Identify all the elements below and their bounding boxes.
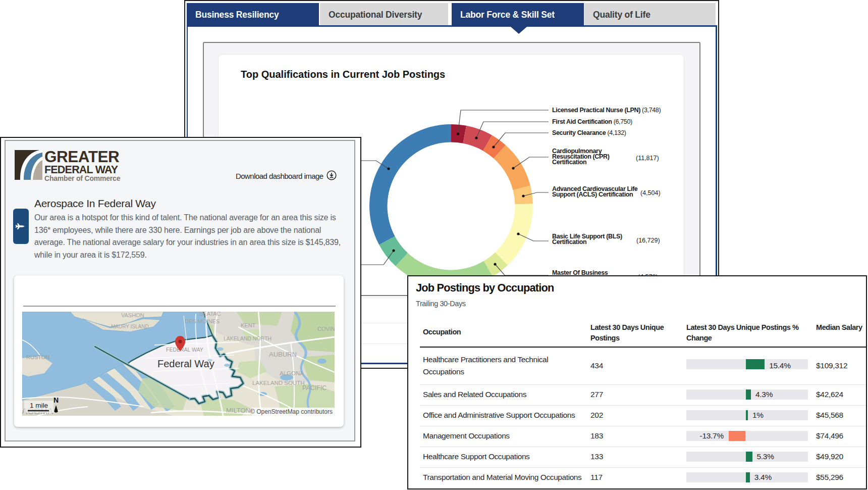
svg-text:AUBURN: AUBURN [269,351,297,358]
svg-text:MAURY ISLAND: MAURY ISLAND [111,324,149,329]
svg-text:DES MOINES: DES MOINES [185,318,220,324]
svg-text:Chamber of Commerce: Chamber of Commerce [44,174,121,182]
svg-text:COVING: COVING [317,326,335,332]
svg-text:1 mile: 1 mile [30,402,48,409]
svg-text:N: N [53,396,59,404]
svg-text:© OpenStreetMap contributors: © OpenStreetMap contributors [250,408,333,415]
svg-text:MILTON: MILTON [226,407,250,414]
svg-text:VASHON: VASHON [121,312,144,318]
svg-text:KENT: KENT [241,322,256,328]
svg-text:Federal Way: Federal Way [157,358,214,369]
svg-text:LAKELAND NORTH: LAKELAND NORTH [224,335,272,341]
svg-text:PACIFIC: PACIFIC [302,384,327,391]
svg-text:FEDERAL WAY: FEDERAL WAY [166,347,203,353]
svg-text:RUSTON: RUSTON [26,354,49,360]
svg-text:SEATAC: SEATAC [199,312,221,317]
svg-text:LAKELAND SOUTH: LAKELAND SOUTH [252,380,305,386]
svg-text:ALGONA: ALGONA [280,370,304,376]
